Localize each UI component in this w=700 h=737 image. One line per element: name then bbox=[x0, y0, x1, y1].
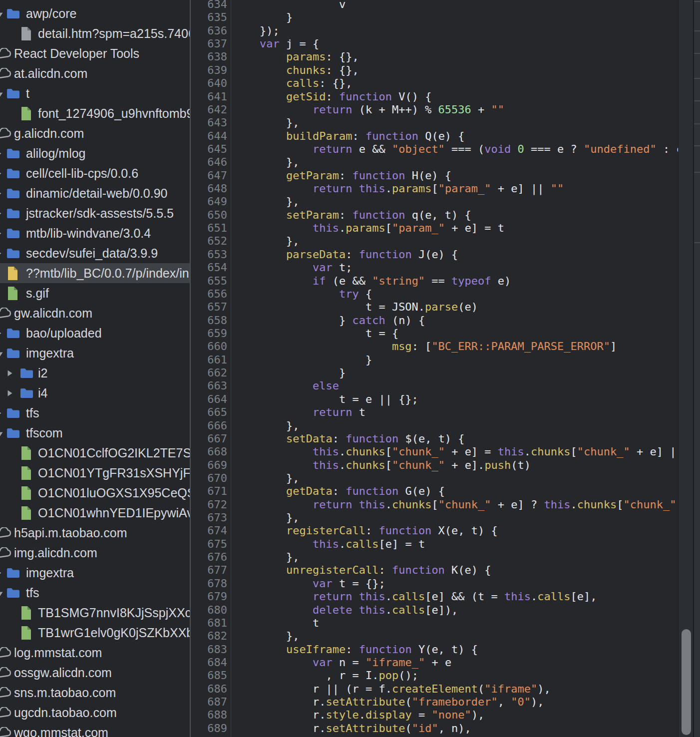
line-number[interactable]: 680 bbox=[191, 604, 231, 617]
disclosure-arrow-icon[interactable] bbox=[0, 150, 2, 159]
line-number[interactable]: 675 bbox=[191, 538, 231, 551]
line-number[interactable]: 642 bbox=[191, 103, 231, 116]
line-number[interactable]: 686 bbox=[191, 683, 231, 696]
tree-row[interactable]: O1CN01CclfOG2IKL2TE7Su bbox=[0, 443, 190, 463]
tree-row[interactable]: O1CN01luOGXS1X95CeQSI bbox=[0, 483, 190, 503]
line-number[interactable]: 674 bbox=[191, 524, 231, 537]
line-number[interactable]: 669 bbox=[191, 459, 231, 472]
line-number[interactable]: 634 bbox=[191, 0, 231, 11]
line-number[interactable]: 684 bbox=[191, 656, 231, 669]
line-number[interactable]: 665 bbox=[191, 406, 231, 419]
line-number[interactable]: 656 bbox=[191, 288, 231, 301]
disclosure-arrow-icon[interactable] bbox=[7, 389, 13, 399]
tree-row[interactable]: detail.htm?spm=a215s.7406 bbox=[0, 23, 190, 43]
line-number[interactable]: 647 bbox=[191, 169, 231, 182]
tree-row[interactable]: img.alicdn.com bbox=[0, 543, 190, 563]
line-number[interactable]: 666 bbox=[191, 419, 231, 432]
tree-row[interactable]: wgo.mmstat.com bbox=[0, 723, 190, 737]
disclosure-arrow-icon[interactable] bbox=[0, 590, 3, 599]
disclosure-arrow-icon[interactable] bbox=[0, 11, 3, 20]
line-number[interactable]: 690 bbox=[191, 735, 231, 737]
line-number[interactable]: 658 bbox=[191, 314, 231, 327]
line-number[interactable]: 641 bbox=[191, 90, 231, 103]
line-number[interactable]: 648 bbox=[191, 182, 231, 195]
disclosure-arrow-icon[interactable] bbox=[0, 250, 2, 259]
line-number[interactable]: 653 bbox=[191, 248, 231, 261]
line-number[interactable]: 651 bbox=[191, 222, 231, 235]
tree-row[interactable]: mtb/lib-windvane/3.0.4 bbox=[0, 223, 190, 243]
line-number[interactable]: 672 bbox=[191, 498, 231, 511]
tree-row[interactable]: awp/core bbox=[0, 3, 190, 23]
disclosure-arrow-icon[interactable] bbox=[0, 569, 2, 579]
code-editor[interactable]: 634 v635 }636 });637 var j = {638 params… bbox=[191, 0, 678, 737]
line-number[interactable]: 678 bbox=[191, 577, 231, 590]
line-number[interactable]: 654 bbox=[191, 261, 231, 274]
line-number[interactable]: 687 bbox=[191, 696, 231, 709]
disclosure-arrow-icon[interactable] bbox=[0, 91, 3, 100]
disclosure-arrow-icon[interactable] bbox=[0, 170, 2, 179]
line-number[interactable]: 638 bbox=[191, 50, 231, 63]
tree-row[interactable]: ugcdn.taobao.com bbox=[0, 703, 190, 723]
disclosure-arrow-icon[interactable] bbox=[0, 430, 3, 439]
tree-row[interactable]: React Developer Tools bbox=[0, 43, 190, 63]
tree-row[interactable]: dinamic/detail-web/0.0.90 bbox=[0, 183, 190, 203]
line-number[interactable]: 667 bbox=[191, 432, 231, 445]
line-number[interactable]: 685 bbox=[191, 669, 231, 682]
tree-row[interactable]: secdev/sufei_data/3.9.9 bbox=[0, 243, 190, 263]
line-number[interactable]: 673 bbox=[191, 511, 231, 524]
line-number[interactable]: 664 bbox=[191, 393, 231, 406]
line-number[interactable]: 643 bbox=[191, 116, 231, 129]
line-number[interactable]: 646 bbox=[191, 156, 231, 169]
editor-scrollbar-thumb[interactable] bbox=[682, 629, 691, 735]
line-number[interactable]: 659 bbox=[191, 327, 231, 340]
tree-row[interactable]: alilog/mlog bbox=[0, 143, 190, 163]
tree-row[interactable]: cell/cell-lib-cps/0.0.6 bbox=[0, 163, 190, 183]
tree-row[interactable]: ossgw.alicdn.com bbox=[0, 663, 190, 683]
tree-row[interactable]: bao/uploaded bbox=[0, 323, 190, 343]
tree-row[interactable]: i2 bbox=[0, 363, 190, 383]
line-number[interactable]: 676 bbox=[191, 551, 231, 564]
disclosure-arrow-icon[interactable] bbox=[0, 351, 3, 360]
disclosure-arrow-icon[interactable] bbox=[7, 369, 13, 379]
line-number[interactable]: 635 bbox=[191, 11, 231, 24]
tree-row[interactable]: O1CN01YTgFR31sXSHYjFm bbox=[0, 463, 190, 483]
line-number[interactable]: 662 bbox=[191, 367, 231, 379]
line-number[interactable]: 640 bbox=[191, 77, 231, 90]
line-number[interactable]: 670 bbox=[191, 472, 231, 485]
tree-row[interactable]: g.alicdn.com bbox=[0, 123, 190, 143]
line-number[interactable]: 682 bbox=[191, 630, 231, 643]
tree-row[interactable]: s.gif bbox=[0, 283, 190, 303]
line-number[interactable]: 649 bbox=[191, 195, 231, 208]
line-number[interactable]: 639 bbox=[191, 64, 231, 77]
line-number[interactable]: 661 bbox=[191, 354, 231, 367]
tree-row[interactable]: h5api.m.taobao.com bbox=[0, 523, 190, 543]
tree-row[interactable]: font_1274906_u9hvnftomb9 bbox=[0, 103, 190, 123]
line-number[interactable]: 683 bbox=[191, 643, 231, 656]
tree-row[interactable]: tfs bbox=[0, 583, 190, 603]
disclosure-arrow-icon[interactable] bbox=[0, 330, 2, 339]
tree-row[interactable]: t bbox=[0, 83, 190, 103]
tree-row[interactable]: tfs bbox=[0, 403, 190, 423]
tree-row[interactable]: TB1SMG7nnvI8KJjSspjXXcg bbox=[0, 603, 190, 623]
tree-row[interactable]: tfscom bbox=[0, 423, 190, 443]
line-number[interactable]: 681 bbox=[191, 617, 231, 630]
line-number[interactable]: 663 bbox=[191, 379, 231, 392]
line-number[interactable]: 644 bbox=[191, 130, 231, 143]
tree-row[interactable]: imgextra bbox=[0, 563, 190, 583]
tree-row[interactable]: jstracker/sdk-assests/5.5.5 bbox=[0, 203, 190, 223]
line-number[interactable]: 679 bbox=[191, 590, 231, 603]
line-number[interactable]: 677 bbox=[191, 564, 231, 577]
line-number[interactable]: 650 bbox=[191, 209, 231, 222]
tree-row[interactable]: gw.alicdn.com bbox=[0, 303, 190, 323]
tree-row[interactable]: sns.m.taobao.com bbox=[0, 683, 190, 703]
disclosure-arrow-icon[interactable] bbox=[0, 210, 2, 219]
line-number[interactable]: 655 bbox=[191, 275, 231, 288]
line-number[interactable]: 636 bbox=[191, 24, 231, 37]
tree-row[interactable]: at.alicdn.com bbox=[0, 63, 190, 83]
tree-row[interactable]: imgextra bbox=[0, 343, 190, 363]
disclosure-arrow-icon[interactable] bbox=[0, 409, 2, 419]
line-number[interactable]: 660 bbox=[191, 340, 231, 353]
line-number[interactable]: 689 bbox=[191, 722, 231, 735]
line-number[interactable]: 671 bbox=[191, 485, 231, 498]
tree-row[interactable]: ??mtb/lib_BC/0.0.7/p/index/in bbox=[0, 263, 190, 283]
